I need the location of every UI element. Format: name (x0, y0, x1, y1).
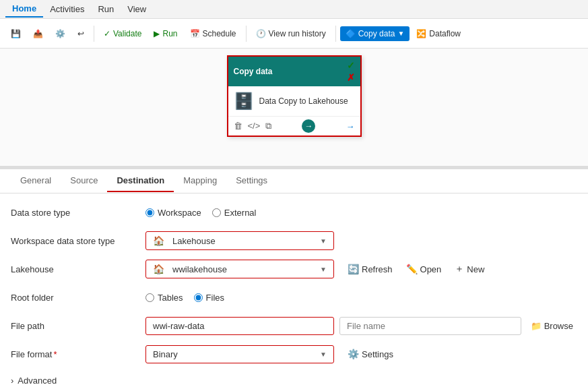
file-path-control: 📁 Browse (145, 317, 577, 335)
workspace-data-store-type-dropdown[interactable]: 🏠 Lakehouse ▼ (145, 231, 334, 250)
dataflow-button[interactable]: 🔀 Dataflow (411, 26, 466, 41)
refresh-icon: 🔄 (348, 264, 359, 274)
view-run-history-button[interactable]: 🕐 View run history (251, 26, 331, 41)
copy-widget-actions: 🗑 </> ⧉ → → (228, 117, 360, 136)
refresh-button[interactable]: 🔄 Refresh (345, 262, 395, 276)
file-format-value: Binary (153, 349, 178, 359)
format-settings-button[interactable]: ⚙️ Settings (345, 347, 396, 361)
status-icons: ✓ ✗ (347, 60, 355, 83)
browse-icon: 📁 (531, 321, 542, 331)
file-format-dropdown[interactable]: Binary ▼ (145, 345, 334, 363)
copy-icon[interactable]: ⧉ (265, 121, 271, 131)
radio-external-input[interactable] (212, 208, 221, 217)
properties-panel: Data store type Workspace External Works… (0, 194, 588, 387)
publish-icon: 📤 (33, 29, 43, 38)
data-store-type-control: Workspace External (145, 208, 577, 218)
radio-files[interactable]: Files (194, 293, 224, 303)
copy-widget-header: Copy data ✓ ✗ (228, 57, 360, 86)
tab-mapping[interactable]: Mapping (174, 170, 226, 192)
copy-data-button[interactable]: 🔷 Copy data ▼ (340, 26, 410, 41)
code-icon[interactable]: </> (248, 121, 261, 131)
undo-button[interactable]: ↩ (72, 26, 90, 41)
main-area: Copy data ✓ ✗ 🗄️ Data Copy to Lakehouse … (0, 49, 588, 387)
toolbar: 💾 📤 ⚙️ ↩ ✓ Validate ▶ Run 📅 Schedule 🕐 V… (0, 19, 588, 49)
data-store-type-row: Data store type Workspace External (11, 202, 577, 223)
canvas-area[interactable]: Copy data ✓ ✗ 🗄️ Data Copy to Lakehouse … (0, 49, 588, 167)
tab-strip: General Source Destination Mapping Setti… (0, 169, 588, 194)
file-path-row: File path 📁 Browse (11, 315, 577, 336)
root-folder-row: Root folder Tables Files (11, 287, 577, 308)
required-indicator: * (53, 349, 57, 359)
history-icon: 🕐 (256, 29, 266, 38)
save-button[interactable]: 💾 (5, 26, 26, 41)
data-store-type-radio-group: Workspace External (145, 208, 257, 218)
menu-item-view[interactable]: View (121, 1, 153, 17)
publish-button[interactable]: 📤 (28, 26, 48, 41)
menu-item-activities[interactable]: Activities (43, 1, 91, 17)
copy-widget-body: 🗄️ Data Copy to Lakehouse (228, 86, 360, 117)
tab-source[interactable]: Source (61, 170, 107, 192)
undo-icon: ↩ (77, 29, 84, 38)
chevron-down-icon-3: ▼ (320, 351, 327, 358)
database-icon: 🗄️ (234, 92, 254, 111)
lakehouse-dropdown[interactable]: 🏠 wwilakehouse ▼ (145, 260, 334, 278)
status-err-icon: ✗ (347, 72, 355, 83)
file-path-input[interactable] (145, 317, 334, 335)
copy-data-icon: 🔷 (346, 29, 356, 38)
divider-2 (246, 26, 247, 42)
menu-item-home[interactable]: Home (5, 1, 43, 18)
checkmark-icon: ✓ (104, 29, 110, 38)
copy-data-chevron: ▼ (397, 30, 404, 37)
filename-input[interactable] (339, 317, 521, 335)
calendar-icon: 📅 (190, 29, 200, 38)
new-button[interactable]: ＋ New (452, 262, 487, 276)
open-button[interactable]: ✏️ Open (403, 262, 445, 276)
tab-general[interactable]: General (11, 170, 61, 192)
radio-workspace-label: Workspace (158, 208, 201, 218)
copy-data-widget[interactable]: Copy data ✓ ✗ 🗄️ Data Copy to Lakehouse … (227, 55, 362, 137)
settings-icon: ⚙️ (348, 349, 359, 359)
radio-files-input[interactable] (194, 293, 203, 302)
save-icon: 💾 (11, 29, 21, 38)
widget-action-icons: 🗑 </> ⧉ (234, 121, 272, 131)
advanced-section[interactable]: › Advanced (11, 371, 577, 387)
divider-1 (94, 26, 94, 42)
settings-toolbar-button[interactable]: ⚙️ (50, 26, 71, 41)
workspace-data-store-type-label: Workspace data store type (11, 236, 145, 246)
lakehouse-label: Lakehouse (11, 264, 145, 274)
run-button[interactable]: ▶ Run (148, 26, 183, 41)
status-ok-icon: ✓ (347, 60, 355, 71)
lakehouse-icon-2: 🏠 (153, 264, 164, 274)
file-path-label: File path (11, 321, 145, 331)
data-store-type-label: Data store type (11, 208, 145, 218)
lakehouse-row: Lakehouse 🏠 wwilakehouse ▼ 🔄 Refresh ✏️ (11, 258, 577, 280)
lakehouse-control: 🏠 wwilakehouse ▼ 🔄 Refresh ✏️ Open (145, 260, 577, 278)
plus-icon: ＋ (455, 263, 464, 275)
copy-widget-title: Copy data (234, 67, 273, 76)
go-icon[interactable]: → (302, 119, 315, 133)
arrow-icon[interactable]: → (346, 121, 354, 131)
radio-workspace[interactable]: Workspace (145, 208, 201, 218)
advanced-label: Advanced (18, 376, 57, 386)
chevron-down-icon-2: ▼ (320, 266, 327, 273)
tab-destination[interactable]: Destination (107, 170, 174, 192)
workspace-data-store-type-control: 🏠 Lakehouse ▼ (145, 231, 577, 250)
radio-workspace-input[interactable] (145, 208, 154, 217)
radio-tables[interactable]: Tables (145, 293, 183, 303)
validate-button[interactable]: ✓ Validate (98, 26, 147, 41)
lakehouse-icon-1: 🏠 (153, 235, 164, 246)
dataflow-icon: 🔀 (416, 29, 426, 38)
browse-button[interactable]: 📁 Browse (527, 320, 577, 332)
radio-tables-input[interactable] (145, 293, 154, 302)
schedule-button[interactable]: 📅 Schedule (185, 26, 242, 41)
delete-icon[interactable]: 🗑 (234, 121, 242, 131)
chevron-right-icon: › (11, 376, 13, 386)
file-format-label: File format * (11, 349, 145, 359)
tab-settings[interactable]: Settings (226, 170, 277, 192)
radio-external[interactable]: External (212, 208, 257, 218)
menu-item-run[interactable]: Run (91, 1, 121, 17)
divider-3 (335, 26, 336, 42)
file-format-control: Binary ▼ ⚙️ Settings (145, 345, 577, 363)
workspace-data-store-type-row: Workspace data store type 🏠 Lakehouse ▼ (11, 230, 577, 251)
run-icon: ▶ (154, 29, 160, 38)
